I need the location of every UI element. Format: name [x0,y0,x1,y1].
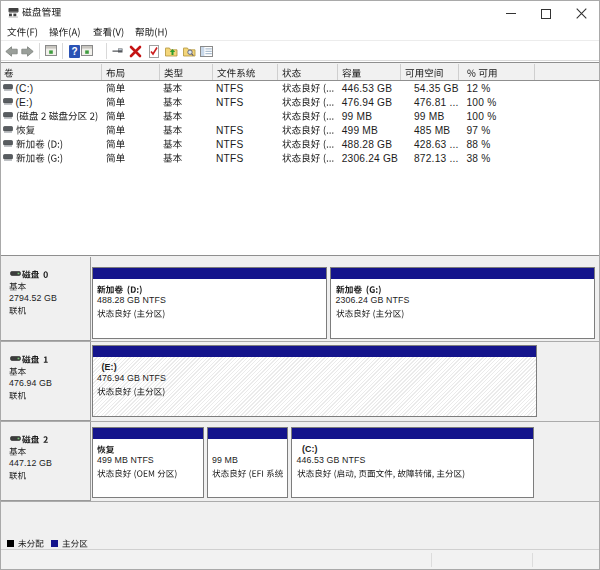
svg-text:?: ? [71,46,77,57]
